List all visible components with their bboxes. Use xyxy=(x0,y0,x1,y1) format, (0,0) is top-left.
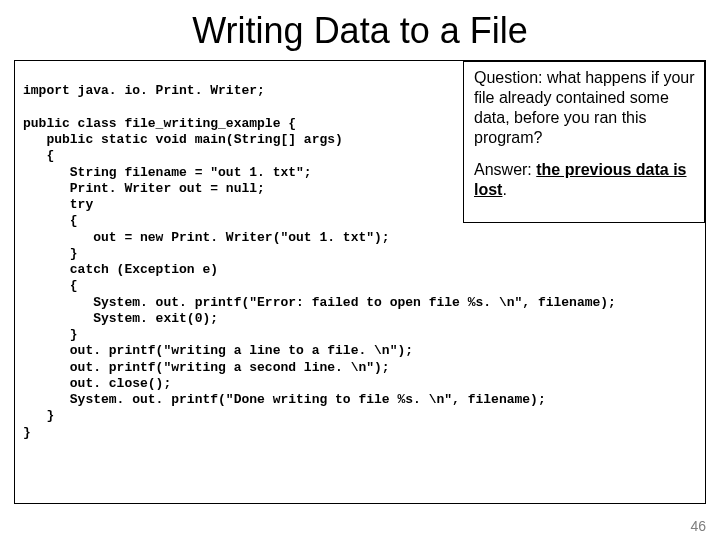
slide-title: Writing Data to a File xyxy=(14,10,706,52)
answer-label: Answer: xyxy=(474,161,536,178)
answer-paragraph: Answer: the previous data is lost. xyxy=(474,160,696,200)
code-box: import java. io. Print. Writer; public c… xyxy=(14,60,706,504)
qa-box: Question: what happens if your file alre… xyxy=(463,61,705,223)
slide: Writing Data to a File import java. io. … xyxy=(0,0,720,540)
question-text: Question: what happens if your file alre… xyxy=(474,68,696,148)
answer-period: . xyxy=(502,181,506,198)
slide-number: 46 xyxy=(690,518,706,534)
